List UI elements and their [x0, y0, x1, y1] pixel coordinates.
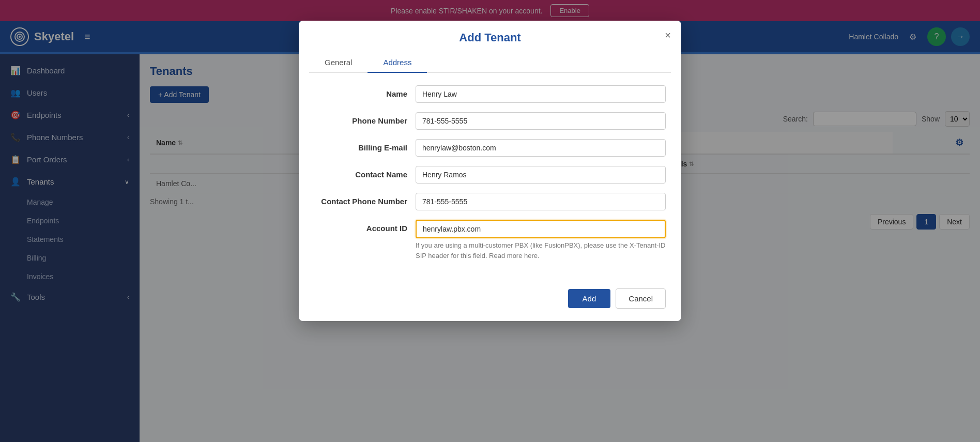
add-tenant-modal: Add Tenant × General Address Name Phone … [299, 21, 681, 321]
contact-phone-input[interactable] [416, 193, 666, 210]
field-phone-label: Phone Number [314, 112, 407, 125]
cancel-button[interactable]: Cancel [616, 288, 666, 309]
phone-input[interactable] [416, 112, 666, 130]
field-account-id-label: Account ID [314, 220, 407, 233]
field-contact-phone-row: Contact Phone Number [314, 193, 666, 210]
modal-tabs: General Address [309, 53, 671, 73]
field-contact-phone-wrap [416, 193, 666, 210]
add-button[interactable]: Add [568, 289, 611, 308]
email-input[interactable] [416, 139, 666, 157]
field-contact-phone-label: Contact Phone Number [314, 193, 407, 206]
modal-footer: Add Cancel [299, 280, 681, 321]
field-email-label: Billing E-mail [314, 139, 407, 152]
field-contact-name-row: Contact Name [314, 166, 666, 184]
tab-address[interactable]: Address [368, 53, 427, 73]
field-contact-name-wrap [416, 166, 666, 184]
field-phone-row: Phone Number [314, 112, 666, 130]
account-id-input[interactable] [416, 220, 666, 238]
field-phone-wrap [416, 112, 666, 130]
contact-name-input[interactable] [416, 166, 666, 184]
close-button[interactable]: × [665, 30, 671, 40]
field-account-id-row: Account ID If you are using a multi-cust… [314, 220, 666, 261]
account-id-help: If you are using a multi-customer PBX (l… [416, 240, 666, 261]
field-contact-name-label: Contact Name [314, 166, 407, 179]
tab-general[interactable]: General [309, 53, 368, 73]
field-name-row: Name [314, 85, 666, 103]
modal-overlay: Add Tenant × General Address Name Phone … [0, 0, 980, 442]
modal-body: Name Phone Number Billing E-mail Contact… [299, 85, 681, 280]
name-input[interactable] [416, 85, 666, 103]
modal-header: Add Tenant × [299, 21, 681, 53]
field-account-id-wrap: If you are using a multi-customer PBX (l… [416, 220, 666, 261]
field-name-label: Name [314, 85, 407, 98]
modal-title: Add Tenant [459, 31, 520, 44]
field-email-row: Billing E-mail [314, 139, 666, 157]
field-email-wrap [416, 139, 666, 157]
field-name-wrap [416, 85, 666, 103]
